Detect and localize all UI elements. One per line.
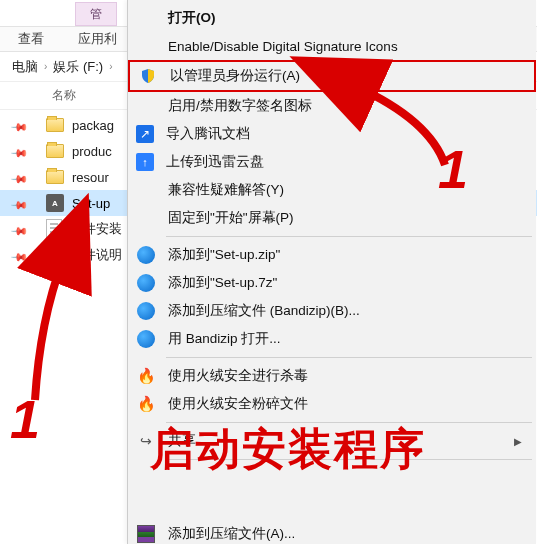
- menu-label: 添加到"Set-up.7z": [168, 274, 277, 292]
- pin-icon: 📌: [12, 144, 26, 158]
- winrar-icon: [136, 524, 156, 544]
- menu-label: 固定到"开始"屏幕(P): [168, 209, 294, 227]
- menu-separator: [166, 459, 532, 460]
- ribbon-view-tab[interactable]: 查看: [0, 30, 62, 48]
- annotation-step-1a: 1: [10, 388, 40, 450]
- file-label: resour: [72, 170, 109, 185]
- crumb-drive[interactable]: 娱乐 (F:): [47, 58, 109, 76]
- blank-icon: [136, 180, 156, 200]
- menu-tencent-docs[interactable]: ↗ 导入腾讯文档: [128, 120, 536, 148]
- xunlei-icon: ↑: [136, 153, 154, 171]
- bandizip-icon: [136, 245, 156, 265]
- bandizip-icon: [136, 329, 156, 349]
- folder-icon: [46, 170, 64, 184]
- menu-label: 导入腾讯文档: [166, 125, 250, 143]
- pin-icon: 📌: [12, 222, 26, 236]
- menu-share[interactable]: ↪ 共享 ▶: [128, 427, 536, 455]
- text-file-icon: [46, 245, 62, 265]
- exe-icon: A: [46, 194, 64, 212]
- file-label: Set-up: [72, 196, 110, 211]
- menu-separator: [166, 236, 532, 237]
- context-menu: 打开(O) Enable/Disable Digital Signature I…: [127, 0, 536, 544]
- menu-xunlei-upload[interactable]: ↑ 上传到迅雷云盘: [128, 148, 536, 176]
- menu-label: 添加到压缩文件(A)...: [168, 525, 295, 543]
- bandizip-icon: [136, 273, 156, 293]
- file-label: 软件安装: [70, 220, 122, 238]
- menu-label: 启用/禁用数字签名图标: [168, 97, 312, 115]
- menu-run-as-admin[interactable]: 以管理员身份运行(A): [128, 60, 536, 92]
- share-icon: ↪: [136, 431, 156, 451]
- menu-label: 添加到压缩文件 (Bandizip)(B)...: [168, 302, 360, 320]
- folder-icon: [46, 144, 64, 158]
- menu-label: 打开(O): [168, 9, 216, 27]
- file-label: packag: [72, 118, 114, 133]
- menu-bandizip-open[interactable]: 用 Bandizip 打开...: [128, 325, 536, 353]
- menu-label: 以管理员身份运行(A): [170, 67, 300, 85]
- text-file-icon: [46, 219, 62, 239]
- menu-label: Enable/Disable Digital Signature Icons: [168, 39, 398, 54]
- pin-icon: 📌: [12, 196, 26, 210]
- menu-label: 兼容性疑难解答(Y): [168, 181, 284, 199]
- folder-icon: [46, 118, 64, 132]
- menu-pin-start[interactable]: 固定到"开始"屏幕(P): [128, 204, 536, 232]
- menu-compat-troubleshoot[interactable]: 兼容性疑难解答(Y): [128, 176, 536, 204]
- menu-bandizip-archive[interactable]: 添加到压缩文件 (Bandizip)(B)...: [128, 297, 536, 325]
- menu-open[interactable]: 打开(O): [128, 4, 536, 32]
- menu-signature-icons[interactable]: Enable/Disable Digital Signature Icons: [128, 32, 536, 60]
- ribbon-context-tab[interactable]: 管: [75, 2, 117, 26]
- menu-label: 上传到迅雷云盘: [166, 153, 264, 171]
- menu-separator: [166, 422, 532, 423]
- menu-label: 使用火绒安全粉碎文件: [168, 395, 308, 413]
- crumb-pc[interactable]: 电脑: [6, 58, 44, 76]
- menu-bandizip-7z[interactable]: 添加到"Set-up.7z": [128, 269, 536, 297]
- column-name[interactable]: 名称: [0, 87, 76, 104]
- blank-icon: [136, 208, 156, 228]
- chevron-right-icon: ›: [109, 61, 112, 72]
- menu-huorong-shred[interactable]: 🔥 使用火绒安全粉碎文件: [128, 390, 536, 418]
- menu-huorong-scan[interactable]: 🔥 使用火绒安全进行杀毒: [128, 362, 536, 390]
- blank-icon: [136, 96, 156, 116]
- ribbon-app-tab[interactable]: 应用利: [62, 30, 133, 48]
- file-label: 软件说明: [70, 246, 122, 264]
- tencent-icon: ↗: [136, 125, 154, 143]
- bandizip-icon: [136, 301, 156, 321]
- blank-icon: [136, 8, 156, 28]
- pin-icon: 📌: [12, 170, 26, 184]
- flame-icon: 🔥: [136, 394, 156, 414]
- chevron-right-icon: ▶: [514, 436, 522, 447]
- pin-icon: 📌: [12, 118, 26, 132]
- menu-bandizip-zip[interactable]: 添加到"Set-up.zip": [128, 241, 536, 269]
- menu-label: 共享: [168, 432, 196, 450]
- pin-icon: 📌: [12, 248, 26, 262]
- menu-label: 用 Bandizip 打开...: [168, 330, 281, 348]
- menu-separator: [166, 357, 532, 358]
- blank-icon: [136, 36, 156, 56]
- menu-winrar-archive[interactable]: 添加到压缩文件(A)...: [128, 520, 536, 544]
- file-label: produc: [72, 144, 112, 159]
- flame-icon: 🔥: [136, 366, 156, 386]
- menu-label: 添加到"Set-up.zip": [168, 246, 280, 264]
- menu-label: 使用火绒安全进行杀毒: [168, 367, 308, 385]
- menu-signature-zh[interactable]: 启用/禁用数字签名图标: [128, 92, 536, 120]
- shield-icon: [138, 66, 158, 86]
